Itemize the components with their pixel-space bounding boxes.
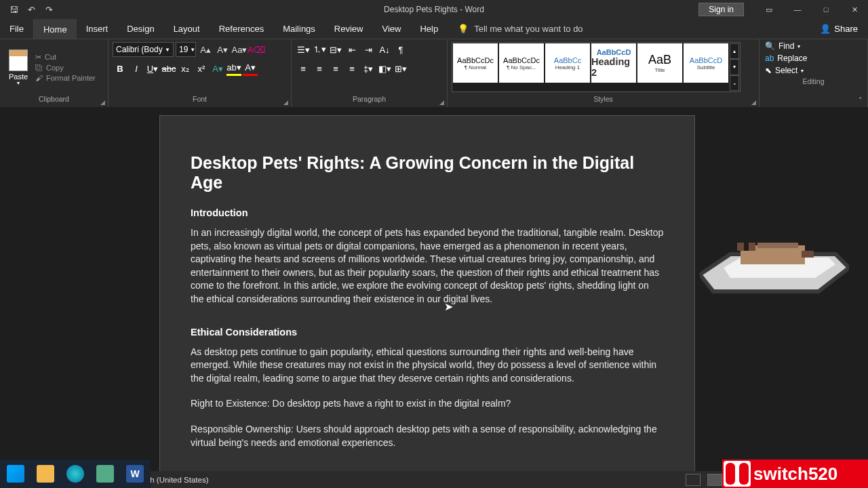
paragraph-text[interactable]: In an increasingly digital world, the co… [191, 226, 664, 306]
search-icon: 🔍 [765, 41, 775, 51]
subscript-button[interactable]: x₂ [178, 61, 193, 76]
tab-help[interactable]: Help [410, 19, 448, 39]
underline-button[interactable]: U▾ [145, 61, 160, 76]
heading-introduction[interactable]: Introduction [191, 207, 664, 218]
paragraph-text[interactable]: Right to Existence: Do desktop pets have… [191, 397, 664, 411]
undo-icon[interactable]: ↶ [23, 1, 39, 18]
align-center-icon[interactable]: ≡ [312, 61, 327, 76]
save-icon[interactable]: 🖫 [5, 1, 22, 18]
paste-icon [9, 49, 28, 71]
gallery-down-icon[interactable]: ▾ [730, 59, 739, 75]
clipboard-launcher-icon[interactable]: ◢ [100, 99, 105, 106]
multilevel-icon[interactable]: ⊟▾ [328, 42, 343, 57]
gallery-more-icon[interactable]: ⌄ [730, 75, 739, 91]
store-icon[interactable] [96, 465, 114, 483]
document-title[interactable]: Desktop Pets' Rights: A Growing Concern … [191, 153, 664, 192]
tab-insert[interactable]: Insert [77, 19, 118, 39]
grow-font-icon[interactable]: A▴ [198, 42, 213, 57]
font-launcher-icon[interactable]: ◢ [283, 99, 288, 106]
cut-button[interactable]: ✂Cut [35, 53, 96, 62]
copy-button[interactable]: ⿻Copy [35, 64, 96, 72]
clear-format-icon[interactable]: A⌫ [249, 42, 264, 57]
paragraph-launcher-icon[interactable]: ◢ [439, 99, 444, 106]
shrink-font-icon[interactable]: A▾ [215, 42, 230, 57]
font-size-combo[interactable]: 19▼ [176, 42, 196, 57]
line-spacing-icon[interactable]: ‡▾ [361, 61, 376, 76]
explorer-icon[interactable] [37, 465, 54, 483]
align-right-icon[interactable]: ≡ [328, 61, 343, 76]
style-heading1[interactable]: AaBbCcHeading 1 [545, 43, 590, 83]
tab-design[interactable]: Design [117, 19, 163, 39]
styles-launcher-icon[interactable]: ◢ [751, 99, 756, 106]
styles-group-label: Styles [448, 95, 759, 107]
style-heading2[interactable]: AaBbCcDHeading 2 [591, 43, 636, 83]
change-case-icon[interactable]: Aa▾ [232, 42, 247, 57]
paragraph-text[interactable]: Responsible Ownership: Users should appr… [191, 423, 664, 449]
sign-in-button[interactable]: Sign in [698, 3, 744, 16]
print-layout-icon[interactable] [707, 474, 722, 486]
numbering-icon[interactable]: ⒈▾ [312, 42, 327, 57]
collapse-ribbon-icon[interactable]: ˄ [859, 96, 863, 105]
minimize-icon[interactable]: — [784, 1, 811, 18]
font-name-combo[interactable]: Calibri (Body▼ [113, 42, 174, 57]
font-size-value: 19 [179, 45, 188, 54]
tab-review[interactable]: Review [325, 19, 373, 39]
decrease-indent-icon[interactable]: ⇤ [344, 42, 359, 57]
window-title: Desktop Pets Rights - Word [384, 5, 484, 14]
paste-button[interactable]: Paste ▼ [4, 42, 33, 92]
find-button[interactable]: 🔍Find▾ [765, 41, 862, 51]
tab-mailings[interactable]: Mailings [273, 19, 325, 39]
paragraph-text[interactable]: As desktop pets continue to gain popular… [191, 346, 664, 386]
style-nospacing[interactable]: AaBbCcDc¶ No Spac... [499, 43, 544, 83]
italic-button[interactable]: I [129, 61, 144, 76]
sort-icon[interactable]: A↓ [377, 42, 392, 57]
select-button[interactable]: ⬉Select▾ [765, 66, 862, 75]
style-name: Heading 1 [555, 64, 580, 70]
edge-icon[interactable] [66, 465, 84, 483]
gallery-up-icon[interactable]: ▴ [730, 43, 739, 59]
style-name: ¶ No Spac... [507, 64, 536, 70]
ribbon-tabs: File Home Insert Design Layout Reference… [0, 19, 868, 39]
bold-button[interactable]: B [113, 61, 127, 76]
font-color-icon[interactable]: A▾ [243, 61, 258, 76]
cut-label: Cut [45, 53, 56, 61]
replace-button[interactable]: abReplace [765, 54, 862, 63]
share-button[interactable]: 👤 Share [810, 19, 868, 39]
read-mode-icon[interactable] [686, 474, 701, 486]
tab-references[interactable]: References [210, 19, 273, 39]
show-marks-icon[interactable]: ¶ [393, 42, 408, 57]
desktop-pet[interactable] [700, 224, 849, 298]
tab-view[interactable]: View [372, 19, 410, 39]
start-icon[interactable] [7, 465, 24, 483]
bullets-icon[interactable]: ☰▾ [296, 42, 311, 57]
strike-button[interactable]: abc [161, 61, 176, 76]
text-effects-icon[interactable]: A▾ [210, 61, 225, 76]
taskbar[interactable]: W [0, 460, 151, 488]
tab-file[interactable]: File [0, 19, 34, 39]
styles-gallery[interactable]: AaBbCcDc¶ Normal AaBbCcDc¶ No Spac... Aa… [452, 42, 741, 92]
justify-icon[interactable]: ≡ [344, 61, 359, 76]
ribbon-display-icon[interactable]: ▭ [755, 1, 783, 18]
maximize-icon[interactable]: □ [812, 1, 840, 18]
style-normal[interactable]: AaBbCcDc¶ Normal [453, 43, 498, 83]
borders-icon[interactable]: ⊞▾ [393, 61, 408, 76]
tab-layout[interactable]: Layout [164, 19, 210, 39]
increase-indent-icon[interactable]: ⇥ [361, 42, 376, 57]
style-preview: AaB [648, 53, 671, 67]
close-icon[interactable]: ✕ [841, 1, 868, 18]
tell-me-search[interactable]: 💡 Tell me what you want to do [448, 19, 593, 39]
word-icon[interactable]: W [126, 465, 144, 483]
superscript-button[interactable]: x² [194, 61, 209, 76]
style-subtitle[interactable]: AaBbCcDSubtitle [684, 43, 728, 83]
document-page[interactable]: Desktop Pets' Rights: A Growing Concern … [159, 115, 695, 471]
style-title[interactable]: AaBTitle [637, 43, 682, 83]
tab-home[interactable]: Home [34, 19, 77, 39]
shading-icon[interactable]: ◧▾ [377, 61, 392, 76]
font-group-label: Font [108, 95, 291, 107]
heading-ethical[interactable]: Ethical Considerations [191, 327, 664, 338]
redo-icon[interactable]: ↷ [41, 1, 57, 18]
align-left-icon[interactable]: ≡ [296, 61, 311, 76]
format-painter-button[interactable]: 🖌Format Painter [35, 74, 96, 82]
style-preview: AaBbCcD [597, 48, 631, 56]
highlight-icon[interactable]: ab▾ [226, 61, 241, 76]
